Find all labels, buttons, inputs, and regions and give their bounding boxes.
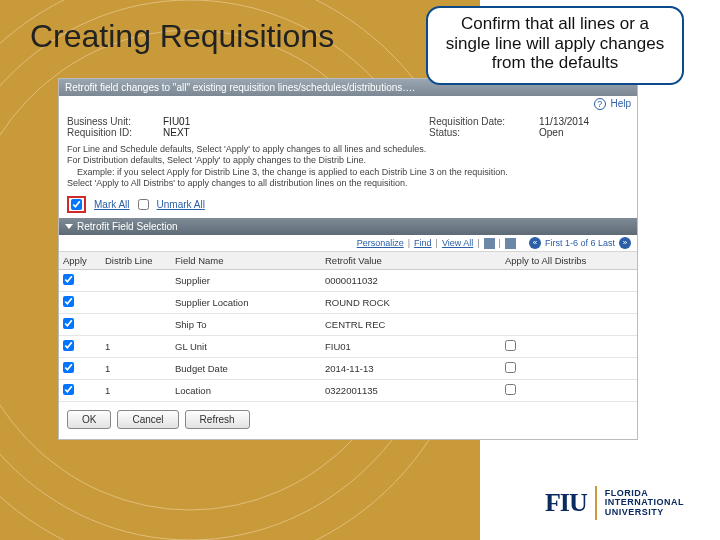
col-value: Retrofit Value (321, 252, 501, 270)
cell-distrib (101, 292, 171, 314)
cell-distrib: 1 (101, 358, 171, 380)
table-row: 1Budget Date2014-11-13 (59, 358, 637, 380)
cell-field: Supplier (171, 270, 321, 292)
cell-field: Supplier Location (171, 292, 321, 314)
cell-value: 0000011032 (321, 270, 501, 292)
ok-button[interactable]: OK (67, 410, 111, 429)
mark-all-checkbox[interactable] (71, 199, 82, 210)
retrofit-table: Apply Distrib Line Field Name Retrofit V… (59, 252, 637, 402)
col-field: Field Name (171, 252, 321, 270)
req-date-value: 11/13/2014 (539, 116, 589, 127)
unmark-all-checkbox[interactable] (138, 199, 149, 210)
mark-all-highlight (67, 196, 86, 213)
table-row: 1Location0322001135 (59, 380, 637, 402)
table-row: Supplier LocationROUND ROCK (59, 292, 637, 314)
apply-all-checkbox[interactable] (505, 384, 516, 395)
table-row: 1GL UnitFIU01 (59, 336, 637, 358)
page-title: Creating Requisitions (30, 18, 334, 55)
apply-checkbox[interactable] (63, 384, 74, 395)
find-link[interactable]: Find (414, 238, 432, 248)
apply-checkbox[interactable] (63, 318, 74, 329)
cell-value: 2014-11-13 (321, 358, 501, 380)
col-distrib: Distrib Line (101, 252, 171, 270)
apply-checkbox[interactable] (63, 362, 74, 373)
view-all-link[interactable]: View All (442, 238, 473, 248)
mark-all-link[interactable]: Mark All (94, 199, 130, 210)
cancel-button[interactable]: Cancel (117, 410, 178, 429)
req-date-label: Requisition Date: (429, 116, 539, 127)
logo-divider (595, 486, 597, 520)
refresh-button[interactable]: Refresh (185, 410, 250, 429)
help-link[interactable]: Help (610, 98, 631, 109)
cell-value: CENTRL REC (321, 314, 501, 336)
table-row: Ship ToCENTRL REC (59, 314, 637, 336)
req-id-value: NEXT (163, 127, 363, 138)
cell-distrib: 1 (101, 380, 171, 402)
table-row: Supplier0000011032 (59, 270, 637, 292)
bu-value: FIU01 (163, 116, 363, 127)
logo-text: FLORIDA INTERNATIONAL UNIVERSITY (605, 489, 684, 517)
cell-value: 0322001135 (321, 380, 501, 402)
col-apply-all: Apply to All Distribs (501, 252, 637, 270)
logo-mark: FIU (545, 488, 587, 518)
apply-checkbox[interactable] (63, 274, 74, 285)
pager-text: First 1-6 of 6 Last (545, 238, 615, 248)
cell-value: ROUND ROCK (321, 292, 501, 314)
collapse-icon[interactable] (65, 224, 73, 229)
first-page-icon[interactable]: « (529, 237, 541, 249)
zoom-icon[interactable] (484, 238, 495, 249)
cell-distrib (101, 270, 171, 292)
unmark-all-link[interactable]: Unmark All (157, 199, 205, 210)
col-apply: Apply (59, 252, 101, 270)
app-window: Retrofit field changes to "all" existing… (58, 78, 638, 440)
cell-field: GL Unit (171, 336, 321, 358)
status-label: Status: (429, 127, 539, 138)
fiu-logo: FIU FLORIDA INTERNATIONAL UNIVERSITY (545, 486, 684, 520)
cell-field: Budget Date (171, 358, 321, 380)
bu-label: Business Unit: (67, 116, 163, 127)
cell-value: FIU01 (321, 336, 501, 358)
callout-bubble: Confirm that all lines or a single line … (426, 6, 684, 85)
cell-distrib: 1 (101, 336, 171, 358)
apply-all-checkbox[interactable] (505, 340, 516, 351)
personalize-link[interactable]: Personalize (357, 238, 404, 248)
cell-field: Location (171, 380, 321, 402)
req-id-label: Requisition ID: (67, 127, 163, 138)
status-value: Open (539, 127, 563, 138)
instructions: For Line and Schedule defaults, Select '… (59, 140, 637, 193)
apply-all-checkbox[interactable] (505, 362, 516, 373)
cell-field: Ship To (171, 314, 321, 336)
cell-distrib (101, 314, 171, 336)
last-page-icon[interactable]: » (619, 237, 631, 249)
grid-icon[interactable] (505, 238, 516, 249)
apply-checkbox[interactable] (63, 296, 74, 307)
apply-checkbox[interactable] (63, 340, 74, 351)
help-icon: ? (594, 98, 606, 110)
section-header: Retrofit Field Selection (59, 218, 637, 235)
